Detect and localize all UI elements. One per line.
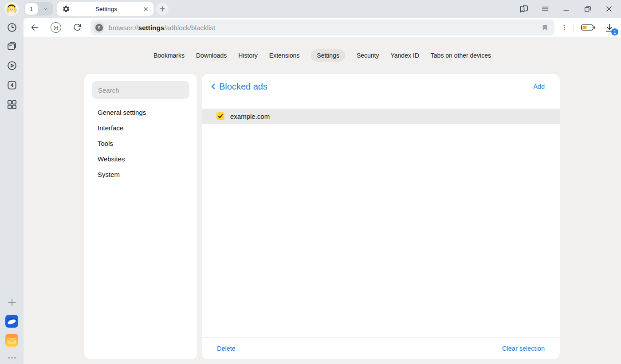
refresh-icon[interactable] [72,22,83,33]
blocked-site-row[interactable]: example.com [202,109,560,124]
bookmark-icon[interactable] [541,23,549,32]
tabs-counter-icon[interactable]: 4 [0,79,24,91]
site-badge-glyph: Y [95,24,103,31]
yandex-disk-app-icon[interactable] [0,315,24,327]
downloads-badge: 1 [611,28,618,35]
panel-header: Blocked ads Add [202,74,560,99]
tab-security[interactable]: Security [357,49,379,62]
toolbar-divider [574,23,574,31]
row-checkbox[interactable] [216,112,224,120]
browser-tab-settings[interactable]: Settings [57,2,153,16]
battery-icon[interactable] [581,22,596,33]
menu-item-general-settings[interactable]: General settings [84,105,197,120]
tab-history[interactable]: History [238,49,258,62]
tab-yandex-id[interactable]: Yandex ID [390,49,419,62]
profile-avatar[interactable] [4,2,19,16]
clear-selection-button[interactable]: Clear selection [502,345,545,352]
side-panel-icon[interactable] [518,3,530,15]
add-button[interactable]: Add [533,83,545,90]
settings-nav-tabs: Bookmarks Downloads History Extensions S… [24,49,621,62]
panel-footer: Delete Clear selection [202,337,560,359]
history-clock-icon[interactable] [0,21,24,34]
back-chevron-icon[interactable] [209,82,218,91]
back-icon[interactable] [29,22,40,33]
menu-item-interface[interactable]: Interface [84,120,197,136]
menu-item-system[interactable]: System [84,167,197,182]
new-tab-button[interactable] [156,3,169,15]
apps-grid-icon[interactable] [0,98,24,111]
window-restore-button[interactable] [582,3,594,15]
tab-close-icon[interactable] [142,6,149,12]
menu-item-websites[interactable]: Websites [84,151,197,167]
browser-menu-icon[interactable] [539,3,551,15]
tab-downloads[interactable]: Downloads [196,49,227,62]
url-suffix: /adblock/blacklist [164,24,215,31]
media-play-icon[interactable] [0,59,24,72]
settings-menu: General settings Interface Tools Website… [84,105,197,182]
settings-page: Bookmarks Downloads History Extensions S… [24,37,621,364]
window-minimize-button[interactable] [560,3,573,15]
tab-group-count[interactable]: 1 [25,3,38,15]
blocked-domain: example.com [230,113,270,120]
avatar-illustration [4,2,19,16]
yandex-glyph: Я [54,24,58,31]
search-input[interactable] [92,86,189,94]
tab-other-devices[interactable]: Tabs on other devices [431,49,491,62]
toolbar: Я Y browser://settings/adblock/blacklist… [24,18,621,37]
toolbar-kebab-icon[interactable] [559,22,570,33]
feed-documents-icon[interactable] [0,40,24,53]
tabs-counter-value: 4 [10,82,13,88]
check-icon [218,114,223,119]
list-gap [202,99,560,109]
dock-add-icon[interactable] [0,296,24,309]
settings-sidebar-card: General settings Interface Tools Website… [84,74,197,359]
tab-group-control[interactable]: 1 [24,2,53,16]
window-close-button[interactable] [603,3,615,15]
url-highlight: settings [138,24,164,31]
yandex-home-icon[interactable]: Я [51,22,61,33]
chevron-down-icon[interactable] [38,5,53,12]
address-bar[interactable]: Y browser://settings/adblock/blacklist [90,20,554,35]
tab-extensions[interactable]: Extensions [269,49,299,62]
url-text: browser://settings/adblock/blacklist [109,24,215,31]
tab-title: Settings [70,6,142,12]
tab-bookmarks[interactable]: Bookmarks [153,49,185,62]
page-title: Blocked ads [219,82,267,92]
tab-settings[interactable]: Settings [311,49,345,62]
yandex-mail-app-icon[interactable] [0,334,24,346]
menu-item-tools[interactable]: Tools [84,136,197,151]
settings-search[interactable] [92,81,189,99]
downloads-button[interactable]: 1 [603,21,616,35]
url-prefix: browser:// [109,24,138,31]
gear-icon [62,5,70,13]
blocked-ads-panel: Blocked ads Add example.com Delete Clear… [202,74,560,359]
delete-button[interactable]: Delete [217,345,236,352]
dock-more-icon[interactable] [0,352,24,364]
side-dock [0,0,24,364]
site-badge-icon: Y [94,22,104,33]
